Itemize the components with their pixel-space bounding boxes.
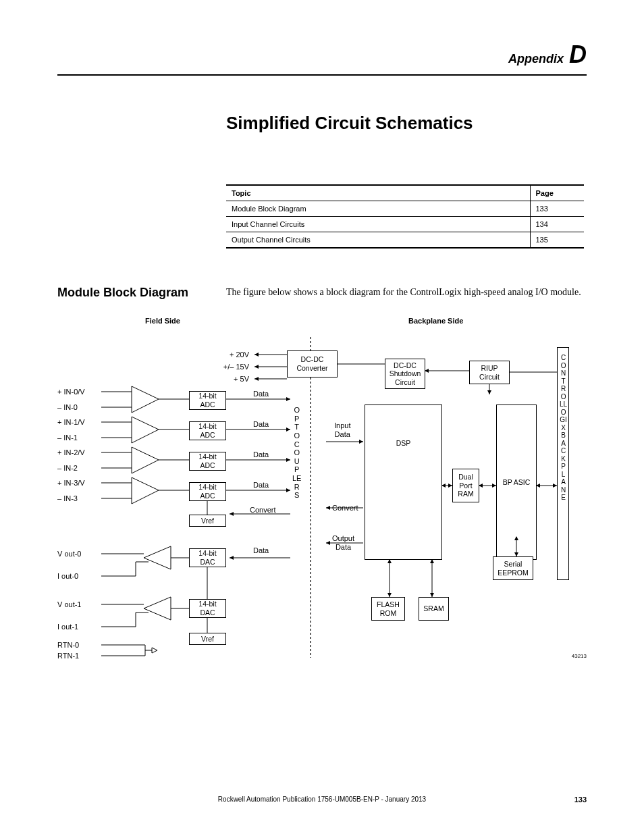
adc3-box: 14-bit ADC — [189, 482, 226, 501]
rtn0-label: RTN-0 — [57, 641, 98, 650]
backplane-side-label: Backplane Side — [408, 317, 463, 325]
flash-rom-box: FLASH ROM — [371, 597, 405, 621]
dac1-box: 14-bit DAC — [189, 599, 226, 618]
appendix-letter: D — [569, 41, 587, 68]
th-page: Page — [530, 185, 584, 201]
dual-port-ram-box: Dual Port RAM — [452, 469, 479, 502]
in3v-label: + IN-3/V — [57, 479, 98, 488]
page-footer: Rockwell Automation Publication 1756-UM0… — [0, 796, 644, 804]
th-topic: Topic — [226, 185, 530, 201]
vout0-label: V out-0 — [57, 550, 98, 558]
bp-asic-box: BP ASIC — [496, 405, 537, 560]
dcdc-box: DC-DC Converter — [287, 350, 338, 377]
v5-label: + 5V — [215, 375, 249, 384]
section-body: The figure below shows a block diagram f… — [226, 286, 581, 300]
td-topic: Input Channel Circuits — [226, 217, 530, 232]
td-page: 134 — [530, 217, 584, 232]
block-diagram: Field Side Backplane Side + 20V +/– 15V … — [57, 317, 587, 675]
optocouplers-label: OPTOCOUPLERS — [292, 406, 301, 500]
td-topic: Output Channel Circuits — [226, 232, 530, 249]
in0-label: – IN-0 — [57, 403, 98, 412]
in2v-label: + IN-2/V — [57, 448, 98, 457]
figure-id: 43213 — [572, 653, 587, 660]
data-label-1: Data — [253, 420, 269, 429]
serial-eeprom-box: Serial EEPROM — [493, 556, 533, 580]
data-label-2: Data — [253, 450, 269, 459]
in0v-label: + IN-0/V — [57, 388, 98, 396]
section-row: Module Block Diagram The figure below sh… — [57, 286, 587, 300]
footer-publication: Rockwell Automation Publication 1756-UM0… — [0, 796, 644, 803]
table-row: Module Block Diagram 133 — [226, 201, 584, 217]
table-row: Input Channel Circuits 134 — [226, 217, 584, 232]
table-row: Output Channel Circuits 135 — [226, 232, 584, 249]
topic-table: Topic Page Module Block Diagram 133 Inpu… — [226, 184, 584, 249]
v20-label: + 20V — [215, 350, 249, 359]
td-page: 133 — [530, 201, 584, 217]
page-header: Appendix D — [0, 0, 644, 69]
iout0-label: I out-0 — [57, 572, 98, 581]
convert-label-1: Convert — [250, 506, 276, 515]
dac0-box: 14-bit DAC — [189, 548, 226, 567]
td-page: 135 — [530, 232, 584, 249]
vref0-box: Vref — [189, 515, 226, 527]
convert-label-2: Convert — [332, 504, 358, 513]
data-label-out: Data — [253, 546, 269, 555]
input-data-label: Input Data — [334, 421, 350, 439]
vout1-label: V out-1 — [57, 600, 98, 609]
section-heading: Module Block Diagram — [57, 286, 206, 300]
rtn1-label: RTN-1 — [57, 652, 98, 660]
td-topic: Module Block Diagram — [226, 201, 530, 217]
data-label-3: Data — [253, 481, 269, 490]
header-rule — [57, 74, 587, 76]
data-label-0: Data — [253, 390, 269, 398]
in1v-label: + IN-1/V — [57, 418, 98, 427]
adc2-box: 14-bit ADC — [189, 452, 226, 471]
sram-box: SRAM — [419, 597, 449, 621]
backplane-vertical-label: CONTROLLOGIXBACKPLANE — [560, 354, 567, 502]
output-data-label: Output Data — [332, 534, 354, 552]
field-side-label: Field Side — [145, 317, 180, 325]
adc1-box: 14-bit ADC — [189, 421, 226, 440]
page-title: Simplified Circuit Schematics — [226, 113, 644, 134]
in2-label: – IN-2 — [57, 464, 98, 473]
riup-box: RIUP Circuit — [469, 361, 510, 384]
dcdc-shutdown-box: DC-DC Shutdown Circuit — [385, 359, 425, 389]
dsp-box: DSP — [365, 405, 442, 560]
vref1-box: Vref — [189, 633, 226, 645]
in3-label: – IN-3 — [57, 494, 98, 503]
adc0-box: 14-bit ADC — [189, 391, 226, 410]
appendix-label: Appendix — [508, 52, 564, 66]
iout1-label: I out-1 — [57, 623, 98, 631]
in1-label: – IN-1 — [57, 434, 98, 442]
v15-label: +/– 15V — [209, 363, 249, 371]
